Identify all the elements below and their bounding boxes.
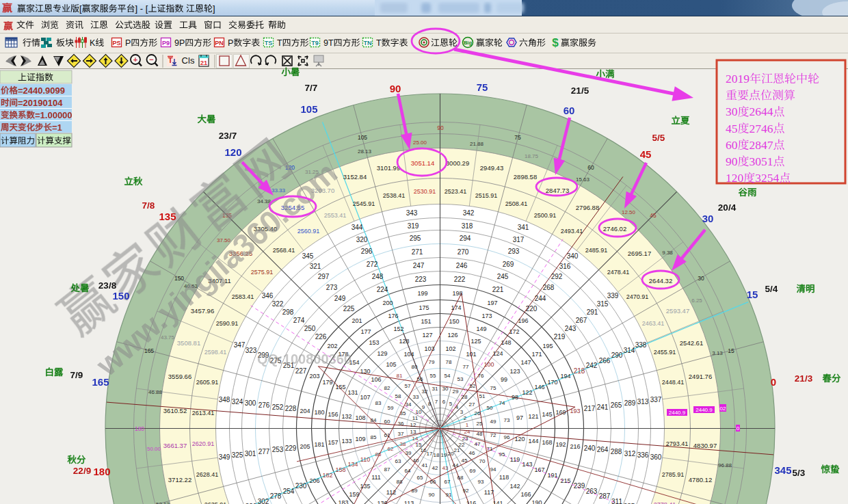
svg-text:293: 293 — [508, 248, 520, 255]
svg-text:313: 313 — [637, 398, 649, 406]
svg-text:228: 228 — [285, 405, 297, 412]
svg-text:52: 52 — [470, 383, 476, 389]
svg-text:193: 193 — [570, 408, 580, 414]
svg-text:35: 35 — [400, 410, 406, 416]
svg-text:60: 60 — [726, 138, 738, 152]
svg-text:45: 45 — [650, 212, 657, 219]
svg-text:244: 244 — [535, 295, 546, 302]
svg-text:172: 172 — [509, 328, 519, 335]
svg-text:53.13: 53.13 — [156, 501, 170, 504]
svg-text:176: 176 — [388, 313, 398, 319]
svg-text:10: 10 — [416, 409, 422, 415]
svg-text:3712.22: 3712.22 — [168, 476, 191, 483]
svg-text:23/8: 23/8 — [98, 280, 117, 291]
svg-text:300: 300 — [245, 399, 256, 407]
svg-text:175: 175 — [419, 304, 429, 311]
svg-text:323: 323 — [246, 347, 257, 354]
svg-text:2523.41: 2523.41 — [445, 188, 467, 195]
svg-text:155: 155 — [335, 384, 345, 390]
svg-text:273: 273 — [326, 284, 338, 291]
svg-text:220: 220 — [526, 305, 538, 313]
svg-text:23/7: 23/7 — [219, 131, 237, 141]
svg-text:102: 102 — [445, 345, 455, 352]
svg-text:343: 343 — [406, 209, 418, 217]
svg-text:179: 179 — [322, 379, 332, 386]
svg-text:148: 148 — [501, 339, 511, 346]
svg-text:324: 324 — [232, 398, 243, 406]
svg-text:181: 181 — [314, 441, 324, 448]
svg-text:81: 81 — [397, 373, 403, 379]
svg-text:K: K — [90, 38, 96, 48]
svg-text:302: 302 — [258, 498, 269, 504]
svg-text:9T: 9T — [323, 38, 334, 48]
svg-text:200: 200 — [382, 300, 393, 306]
svg-text:27: 27 — [469, 401, 475, 408]
svg-text:123: 123 — [509, 368, 520, 375]
svg-text:28.13: 28.13 — [358, 148, 372, 155]
svg-text:24: 24 — [464, 429, 471, 435]
svg-text:75: 75 — [477, 81, 488, 93]
svg-text:135: 135 — [159, 211, 176, 222]
svg-text:195: 195 — [542, 343, 553, 349]
svg-text:113: 113 — [404, 500, 414, 504]
svg-text:170: 170 — [547, 379, 557, 386]
svg-text:]: ] — [213, 3, 215, 14]
svg-text:P: P — [125, 38, 131, 48]
svg-text:2796.88: 2796.88 — [576, 204, 599, 211]
svg-text:82: 82 — [384, 385, 390, 391]
svg-text:120: 120 — [514, 436, 525, 442]
svg-text:215: 215 — [560, 477, 570, 484]
svg-text:30: 30 — [698, 275, 704, 282]
svg-text:143: 143 — [522, 461, 532, 468]
svg-text:59: 59 — [388, 405, 394, 411]
svg-text:227: 227 — [295, 367, 307, 375]
svg-text:205: 205 — [300, 443, 310, 450]
svg-text:202: 202 — [327, 343, 337, 349]
svg-text:296: 296 — [361, 248, 373, 255]
svg-text:3559.66: 3559.66 — [168, 373, 191, 380]
svg-text:267: 267 — [576, 317, 587, 324]
svg-text:342: 342 — [463, 209, 475, 217]
svg-text:2538.41: 2538.41 — [383, 192, 406, 199]
svg-text:60: 60 — [384, 419, 390, 425]
svg-text:3610.52: 3610.52 — [163, 407, 187, 414]
svg-text:253: 253 — [272, 446, 284, 453]
svg-text:63: 63 — [395, 458, 401, 464]
svg-text:5: 5 — [449, 401, 453, 407]
svg-text:110: 110 — [360, 456, 370, 463]
svg-text:319: 319 — [408, 222, 419, 230]
svg-text:2500.91: 2500.91 — [534, 212, 557, 219]
svg-text:338: 338 — [635, 341, 647, 349]
svg-text:249: 249 — [334, 295, 346, 302]
svg-text:72: 72 — [490, 432, 496, 438]
svg-text:55: 55 — [430, 373, 436, 379]
svg-text:45: 45 — [726, 122, 738, 135]
svg-text:7/7: 7/7 — [305, 83, 318, 93]
svg-text:3254: 3254 — [755, 171, 779, 185]
svg-text:3000.29: 3000.29 — [446, 159, 469, 167]
svg-text:13: 13 — [410, 429, 416, 435]
svg-text:−: − — [149, 55, 153, 64]
svg-text:288: 288 — [611, 448, 622, 455]
svg-text:116: 116 — [466, 500, 476, 504]
svg-text:2695.17: 2695.17 — [628, 250, 651, 257]
svg-text:4780.12: 4780.12 — [689, 476, 712, 483]
svg-text:25.00: 25.00 — [413, 140, 427, 146]
svg-text:168: 168 — [542, 439, 552, 446]
svg-text:4830.97: 4830.97 — [693, 442, 717, 449]
svg-text:2847.73: 2847.73 — [546, 187, 569, 194]
svg-text:341: 341 — [518, 224, 529, 231]
svg-text:2847: 2847 — [750, 138, 773, 152]
svg-text:291: 291 — [587, 308, 598, 316]
svg-text:42: 42 — [432, 465, 438, 471]
svg-text:2644.32: 2644.32 — [649, 277, 672, 284]
svg-text:152: 152 — [393, 326, 403, 332]
svg-text:36: 36 — [398, 421, 404, 427]
svg-text:90: 90 — [390, 83, 401, 94]
svg-text:264: 264 — [597, 446, 609, 453]
svg-text:67: 67 — [445, 479, 451, 485]
svg-text:252: 252 — [272, 403, 284, 411]
svg-text:150: 150 — [112, 290, 129, 302]
svg-text:151: 151 — [421, 318, 431, 325]
svg-text:105: 105 — [386, 361, 396, 368]
